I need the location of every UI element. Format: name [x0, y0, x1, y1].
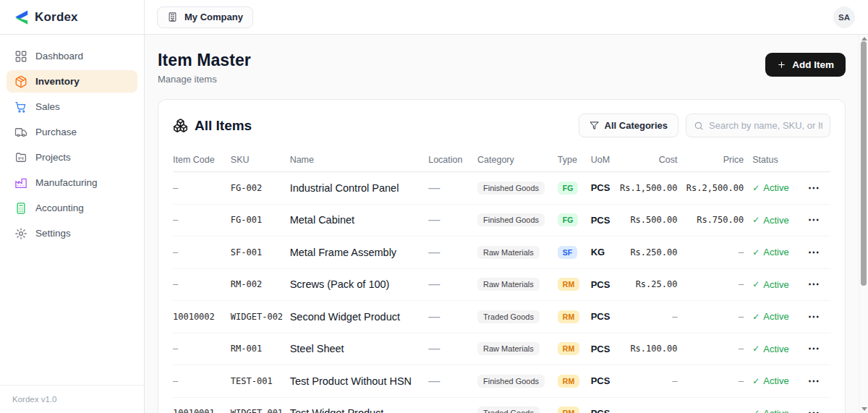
sidebar-item-manufacturing[interactable]: Manufacturing: [7, 171, 137, 194]
status-label: Active: [763, 182, 788, 193]
sidebar-item-sales[interactable]: Sales: [7, 95, 137, 118]
scrollbar-thumb[interactable]: [861, 41, 867, 286]
check-icon: ✓: [752, 408, 760, 413]
row-actions-button[interactable]: ⋯: [808, 278, 820, 290]
uom-cell: PCS: [591, 182, 614, 193]
type-badge: FG: [558, 182, 579, 195]
gear-icon: [14, 227, 27, 240]
sidebar-item-label: Manufacturing: [35, 177, 98, 188]
vertical-scrollbar[interactable]: [859, 35, 868, 413]
uom-cell: PCS: [591, 311, 614, 322]
row-actions-button[interactable]: ⋯: [808, 182, 820, 194]
location-cell: —: [428, 406, 477, 413]
item-name-cell: Second Widget Product: [290, 311, 429, 323]
table-row: —TEST-001Test Product Without HSN—Finish…: [173, 365, 830, 398]
category-cell: Traded Goods: [477, 310, 558, 323]
price-cell: –: [677, 376, 744, 386]
uom-cell: PCS: [591, 279, 614, 290]
category-filter-button[interactable]: All Categories: [579, 114, 678, 137]
item-name-cell: Steel Sheet: [290, 343, 429, 354]
card-header: All Items All Categories: [173, 114, 830, 137]
column-header-item-code: Item Code: [173, 155, 231, 165]
category-cell: Finished Goods: [477, 213, 558, 226]
row-actions-button[interactable]: ⋯: [808, 343, 820, 354]
search-icon: [694, 121, 704, 131]
search-input[interactable]: [709, 120, 822, 131]
sidebar-item-dashboard[interactable]: Dashboard: [7, 45, 137, 67]
status-label: Active: [763, 247, 788, 257]
folder-icon: [14, 151, 27, 164]
type-cell: RM: [558, 342, 591, 355]
card-actions: All Categories: [579, 114, 830, 137]
status-badge: ✓Active: [744, 311, 797, 322]
add-item-button[interactable]: Add Item: [765, 53, 846, 77]
sidebar: Kordex Dashboard In: [0, 0, 145, 413]
sidebar-item-label: Purchase: [35, 127, 77, 137]
cost-cell: –: [614, 408, 678, 413]
cost-cell: Rs.250.00: [614, 247, 678, 257]
item-name-cell: Screws (Pack of 100): [290, 278, 429, 290]
item-code-cell: 10010001: [173, 408, 231, 413]
table-row: —RM-001Steel Sheet—Raw MaterialsRMPCSRs.…: [173, 333, 830, 366]
column-header-sku: SKU: [231, 155, 290, 165]
building-icon: [167, 12, 178, 22]
type-badge: FG: [558, 213, 579, 226]
sku-cell: FG-001: [231, 215, 290, 225]
row-actions-button[interactable]: ⋯: [808, 375, 820, 387]
page-subtitle: Manage items: [158, 74, 251, 85]
column-header-type: Type: [558, 155, 591, 165]
row-actions-button[interactable]: ⋯: [808, 247, 820, 258]
sku-cell: WIDGET-002: [231, 312, 290, 322]
uom-cell: PCS: [591, 215, 614, 226]
scrollbar-down-arrow-icon[interactable]: [861, 407, 867, 411]
row-actions-button[interactable]: ⋯: [808, 214, 820, 226]
card-title: All Items: [173, 118, 252, 134]
row-actions-button[interactable]: ⋯: [808, 311, 820, 323]
type-cell: FG: [558, 182, 591, 195]
category-cell: Raw Materials: [477, 342, 558, 355]
cost-cell: Rs.500.00: [614, 215, 678, 225]
row-actions-button[interactable]: ⋯: [808, 407, 820, 413]
sku-cell: RM-002: [231, 279, 290, 289]
status-label: Active: [763, 311, 788, 322]
item-code-cell: 10010002: [173, 312, 231, 322]
category-badge: Finished Goods: [477, 375, 545, 388]
user-avatar[interactable]: SA: [833, 7, 855, 28]
sku-cell: RM-001: [231, 344, 290, 354]
category-cell: Raw Materials: [477, 278, 558, 291]
sidebar-item-projects[interactable]: Projects: [7, 146, 137, 169]
item-name-cell: Metal Frame Assembly: [290, 247, 429, 258]
column-header-location: Location: [428, 155, 477, 165]
dashboard-grid-icon: [14, 50, 27, 63]
calculator-icon: [14, 202, 27, 215]
item-code-cell: —: [173, 215, 231, 225]
status-label: Active: [763, 408, 788, 413]
location-cell: —: [428, 310, 477, 323]
scrollbar-up-arrow-icon[interactable]: [861, 37, 867, 41]
type-badge: RM: [558, 406, 579, 413]
sidebar-item-label: Accounting: [35, 203, 84, 213]
sku-cell: TEST-001: [231, 376, 290, 386]
table-body: —FG-002Industrial Control Panel—Finished…: [173, 172, 830, 413]
sidebar-item-settings[interactable]: Settings: [7, 222, 137, 244]
item-code-cell: —: [173, 279, 231, 289]
table-row: —SF-001Metal Frame Assembly—Raw Material…: [173, 237, 830, 269]
cost-cell: Rs.100.00: [614, 344, 678, 354]
brand-logo: Kordex: [0, 0, 144, 35]
check-icon: ✓: [752, 279, 760, 289]
sidebar-item-inventory[interactable]: Inventory: [7, 70, 137, 93]
sidebar-item-purchase[interactable]: Purchase: [7, 121, 137, 143]
type-cell: RM: [558, 310, 591, 323]
status-badge: ✓Active: [744, 182, 797, 193]
uom-cell: PCS: [591, 408, 614, 413]
type-badge: RM: [558, 375, 579, 388]
company-switcher-button[interactable]: My Company: [157, 7, 253, 28]
sidebar-nav: Dashboard Inventory Sa: [0, 35, 144, 385]
sidebar-item-accounting[interactable]: Accounting: [7, 197, 137, 219]
price-cell: –: [677, 408, 744, 413]
status-badge: ✓Active: [744, 279, 797, 290]
uom-cell: KG: [591, 247, 614, 257]
category-badge: Traded Goods: [477, 310, 540, 323]
table-row: —FG-002Industrial Control Panel—Finished…: [173, 172, 830, 205]
location-cell: —: [428, 375, 477, 388]
